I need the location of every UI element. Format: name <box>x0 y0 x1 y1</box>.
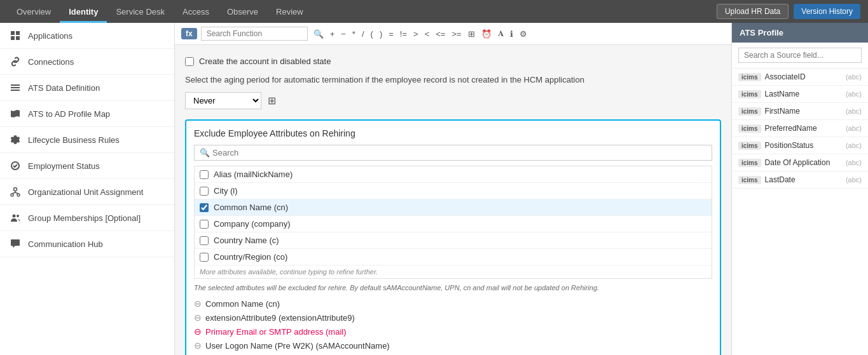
settings-icon[interactable]: ⚙ <box>518 28 529 40</box>
sidebar-item-group-memberships[interactable]: Group Memberships [Optional] <box>0 205 174 231</box>
version-history-button[interactable]: Version History <box>794 4 860 19</box>
sidebar-item-connections[interactable]: Connections <box>0 49 174 75</box>
upload-hr-data-button[interactable]: Upload HR Data <box>717 4 789 19</box>
ats-field-name-6: LastDate <box>765 175 842 184</box>
chat-icon <box>9 238 22 250</box>
op-close-paren[interactable]: ) <box>378 28 384 40</box>
info-icon[interactable]: ℹ <box>508 28 515 40</box>
svg-point-9 <box>11 194 13 196</box>
attr-common-name[interactable]: Common Name (cn) <box>195 199 712 216</box>
disabled-state-row: Create the account in disabled state <box>185 51 721 71</box>
op-divide[interactable]: / <box>360 28 366 40</box>
nav-identity[interactable]: Identity <box>60 0 107 23</box>
svg-rect-0 <box>11 31 15 35</box>
attribute-search-box[interactable]: 🔍 <box>194 145 712 161</box>
op-lte[interactable]: <= <box>434 28 447 40</box>
aging-period-select[interactable]: Never <box>185 92 261 109</box>
attr-country-region[interactable]: Country/Region (co) <box>195 249 712 265</box>
sidebar-label-org-unit: Organizational Unit Assignment <box>28 187 143 197</box>
ats-panel-title: ATS Profile <box>732 23 868 43</box>
formula-search-input[interactable] <box>201 27 308 41</box>
op-open-paren[interactable]: ( <box>369 28 375 40</box>
ats-field-type-5: (abc) <box>846 159 862 166</box>
map-icon <box>9 107 22 120</box>
attr-country-name-label: Country Name (c) <box>214 236 279 245</box>
attr-city-label: City (l) <box>214 186 238 196</box>
ats-field-type-1: (abc) <box>846 90 862 98</box>
ats-source-icims-2: icims <box>738 107 761 116</box>
op-multiply[interactable]: * <box>350 28 357 40</box>
selected-attributes-list: ⊖ Common Name (cn) ⊖ extensionAttribute9… <box>194 297 712 355</box>
op-equals[interactable]: = <box>387 28 396 40</box>
sidebar-item-lifecycle[interactable]: Lifecycle Business Rules <box>0 127 174 153</box>
attr-alias[interactable]: Alias (mailNickName) <box>195 166 712 183</box>
attr-common-name-checkbox[interactable] <box>200 203 209 212</box>
nav-overview[interactable]: Overview <box>8 0 60 23</box>
top-nav-actions: Upload HR Data Version History <box>717 4 860 19</box>
attribute-search-input[interactable] <box>212 148 706 157</box>
attr-country-name-checkbox[interactable] <box>200 236 209 245</box>
nav-service-desk[interactable]: Service Desk <box>107 0 174 23</box>
gear-icon <box>9 133 22 146</box>
attr-city[interactable]: City (l) <box>195 183 712 199</box>
op-plus[interactable]: + <box>328 28 337 40</box>
sidebar-item-employment-status[interactable]: Employment Status <box>0 153 174 179</box>
remove-primary-email-icon[interactable]: ⊖ <box>194 326 202 337</box>
attr-alias-checkbox[interactable] <box>200 170 209 179</box>
attr-common-name-label: Common Name (cn) <box>214 203 288 212</box>
op-greater[interactable]: > <box>411 28 420 40</box>
more-attrs-text: More attributes available, continue typi… <box>195 265 712 278</box>
attr-country-region-checkbox[interactable] <box>200 253 209 262</box>
attr-country-name[interactable]: Country Name (c) <box>195 232 712 249</box>
svg-point-10 <box>17 194 20 196</box>
svg-rect-6 <box>11 90 20 91</box>
disabled-state-label: Create the account in disabled state <box>199 57 331 66</box>
attr-alias-label: Alias (mailNickName) <box>214 170 293 179</box>
attr-company[interactable]: Company (company) <box>195 216 712 232</box>
aging-row: Never ⊞ <box>185 88 721 113</box>
sel-common-name: ⊖ Common Name (cn) <box>194 297 712 311</box>
clock-icon[interactable]: ⏰ <box>479 28 493 40</box>
disabled-state-checkbox[interactable] <box>185 57 194 66</box>
attr-company-checkbox[interactable] <box>200 220 209 229</box>
exclude-note: The selected attributes will be excluded… <box>194 284 712 291</box>
attr-city-checkbox[interactable] <box>200 187 209 196</box>
nav-observe[interactable]: Observe <box>218 0 267 23</box>
nav-review[interactable]: Review <box>267 0 312 23</box>
op-gte[interactable]: >= <box>450 28 463 40</box>
ats-field-name-3: PreferredName <box>765 124 842 133</box>
op-less[interactable]: < <box>423 28 432 40</box>
text-icon[interactable]: 𝐀 <box>496 27 506 40</box>
sidebar-item-applications[interactable]: Applications <box>0 23 174 49</box>
ats-search-input[interactable] <box>738 48 862 63</box>
ats-field-type-0: (abc) <box>846 73 862 81</box>
sidebar-label-communication-hub: Communication Hub <box>28 239 103 249</box>
search-icon[interactable]: 🔍 <box>312 28 326 40</box>
op-minus[interactable]: − <box>339 28 348 40</box>
sidebar-item-ats-profile-map[interactable]: ATS to AD Profile Map <box>0 101 174 127</box>
ats-field-date-of-application: icims Date Of Application (abc) <box>732 154 868 171</box>
sidebar-label-connections: Connections <box>28 57 74 67</box>
nav-access[interactable]: Access <box>174 0 218 23</box>
ats-field-preferred-name: icims PreferredName (abc) <box>732 120 868 137</box>
svg-rect-1 <box>16 31 20 35</box>
sel-primary-email: ⊖ Primary Email or SMTP address (mail) <box>194 325 712 338</box>
grid-op-icon[interactable]: ⊞ <box>466 28 477 40</box>
sel-user-logon-label: User Logon Name (Pre W2K) (sAMAccountNam… <box>205 341 390 351</box>
sidebar-label-ats-data: ATS Data Definition <box>28 83 100 93</box>
remove-extension-icon[interactable]: ⊖ <box>194 312 202 323</box>
remove-common-name-icon[interactable]: ⊖ <box>194 298 202 309</box>
sidebar-item-ats-data[interactable]: ATS Data Definition <box>0 75 174 101</box>
top-navigation: Overview Identity Service Desk Access Ob… <box>0 0 868 23</box>
ats-source-icims-0: icims <box>738 73 761 81</box>
sidebar-item-communication-hub[interactable]: Communication Hub <box>0 231 174 257</box>
sidebar-item-org-unit[interactable]: Organizational Unit Assignment <box>0 179 174 205</box>
remove-user-logon-icon[interactable]: ⊖ <box>194 340 202 351</box>
group-icon <box>9 211 22 224</box>
table-icon[interactable]: ⊞ <box>268 95 276 107</box>
sidebar-label-applications: Applications <box>28 31 72 41</box>
op-not-equals[interactable]: != <box>398 28 409 40</box>
ats-field-associate-id: icims AssociateID (abc) <box>732 69 868 86</box>
ats-field-type-4: (abc) <box>846 142 862 149</box>
ats-field-name-2: FirstName <box>765 107 842 116</box>
